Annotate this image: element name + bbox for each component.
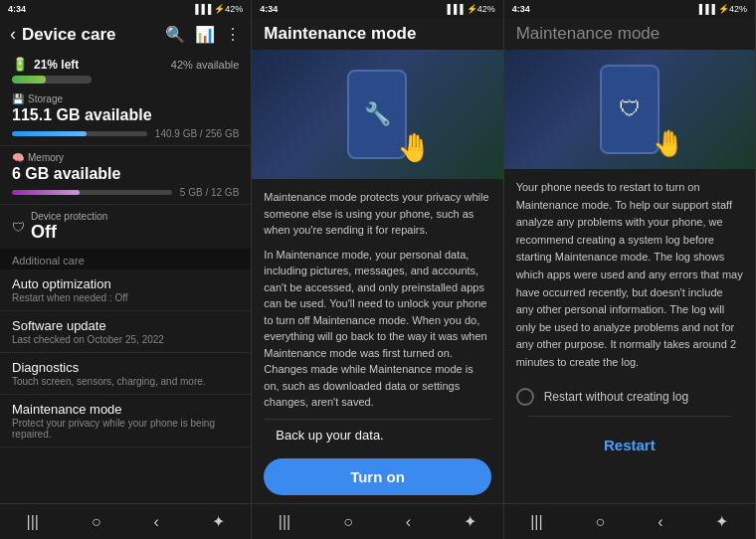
storage-label: 💾 Storage	[12, 93, 239, 104]
software-update-item[interactable]: Software update Last checked on October …	[0, 311, 251, 353]
nav-home-3[interactable]: ○	[596, 513, 606, 531]
maintenance-mode-header: Maintenance mode	[252, 18, 502, 50]
nav-recents-1[interactable]: |||	[26, 513, 38, 531]
more-icon[interactable]: ⋮	[225, 25, 241, 44]
backup-row[interactable]: Back up your data.	[264, 419, 490, 451]
status-bar-2: 4:34 ▐▐▐ ⚡42%	[252, 0, 502, 18]
nav-recents-3[interactable]: |||	[530, 513, 542, 531]
memory-progress-bar	[12, 190, 172, 195]
auto-optimization-item[interactable]: Auto optimization Restart when needed : …	[0, 270, 251, 311]
nav-back-2[interactable]: ‹	[406, 513, 411, 531]
storage-detail: 140.9 GB / 256 GB	[155, 128, 240, 139]
storage-progress-bar	[12, 131, 147, 136]
search-icon[interactable]: 🔍	[165, 25, 185, 44]
diagnostics-item[interactable]: Diagnostics Touch screen, sensors, charg…	[0, 353, 251, 395]
divider	[528, 416, 731, 417]
status-bar-3: 4:34 ▐▐▐ ⚡42%	[504, 0, 755, 18]
device-care-panel: 4:34 ▐▐▐ ⚡42% ‹ Device care 🔍 📊 ⋮ 🔋 21% …	[0, 0, 252, 539]
battery-bar-row	[0, 74, 251, 88]
maintenance-restart-illustration: 🛡 🤚	[600, 65, 660, 154]
header-right: 🔍 📊 ⋮	[165, 25, 241, 44]
maintenance-illustration: 🔧 🤚	[347, 70, 407, 159]
maintenance-desc-2: In Maintenance mode, your personal data,…	[264, 247, 490, 411]
memory-icon: 🧠	[12, 152, 24, 163]
back-button[interactable]: ‹	[10, 24, 16, 45]
auto-optimization-title: Auto optimization	[12, 276, 239, 291]
nav-home-1[interactable]: ○	[92, 513, 101, 531]
maintenance-restart-body: Your phone needs to restart to turn on M…	[504, 169, 755, 503]
nav-bixby-1[interactable]: ✦	[212, 512, 225, 531]
maintenance-desc-1: Maintenance mode protects your privacy w…	[264, 189, 490, 239]
maintenance-mode-body: Maintenance mode protects your privacy w…	[252, 179, 502, 450]
battery-icon: 🔋	[12, 57, 28, 72]
status-time-3: 4:34	[512, 4, 530, 14]
storage-icon: 💾	[12, 93, 24, 104]
battery-left: 🔋 21% left	[12, 57, 79, 72]
nav-recents-2[interactable]: |||	[279, 513, 290, 531]
status-icons-2: ▐▐▐ ⚡42%	[445, 4, 495, 14]
device-protection-content: Device protection Off	[31, 211, 107, 243]
additional-care-header: Additional care	[0, 249, 251, 270]
wrench-on-phone-icon: 🔧	[364, 101, 391, 127]
status-icons-3: ▐▐▐ ⚡42%	[696, 4, 747, 14]
battery-section: 🔋 21% left 42% available	[0, 51, 251, 74]
restart-without-log-label: Restart without creating log	[544, 390, 688, 404]
battery-percent-text: 21% left	[34, 58, 79, 72]
shield-phone-icon: 🛡	[619, 96, 641, 122]
restart-button[interactable]: Restart	[528, 427, 731, 463]
diagnostics-title: Diagnostics	[12, 360, 239, 375]
maintenance-restart-image: 🛡 🤚	[504, 50, 755, 169]
shield-icon: 🛡	[12, 220, 25, 235]
storage-section: 💾 Storage 115.1 GB available 140.9 GB / …	[0, 88, 251, 146]
auto-optimization-sub: Restart when needed : Off	[12, 292, 239, 303]
maintenance-mode-item[interactable]: Maintenance mode Protect your privacy wh…	[0, 395, 251, 448]
maintenance-mode-info-panel: 4:34 ▐▐▐ ⚡42% Maintenance mode 🔧 🤚 Maint…	[252, 0, 503, 539]
status-icons-1: ▐▐▐ ⚡42%	[192, 4, 243, 14]
restart-description: Your phone needs to restart to turn on M…	[516, 179, 743, 372]
phone-illustration-2: 🛡	[600, 65, 660, 154]
nav-home-2[interactable]: ○	[343, 513, 353, 531]
diagnostics-sub: Touch screen, sensors, charging, and mor…	[12, 376, 239, 387]
storage-progress-fill	[12, 131, 87, 136]
memory-value: 6 GB available	[12, 165, 239, 183]
status-bar-1: 4:34 ▐▐▐ ⚡42%	[0, 0, 251, 18]
memory-label: 🧠 Memory	[12, 152, 239, 163]
maintenance-mode-list-sub: Protect your privacy while your phone is…	[12, 418, 239, 440]
nav-bar-3: ||| ○ ‹ ✦	[504, 503, 755, 539]
battery-progress-bar	[12, 76, 92, 84]
nav-back-1[interactable]: ‹	[154, 513, 159, 531]
maintenance-mode-restart-header: Maintenance mode	[504, 18, 755, 50]
status-time-2: 4:34	[260, 4, 278, 14]
nav-bar-1: ||| ○ ‹ ✦	[0, 503, 251, 539]
memory-detail: 5 GB / 12 GB	[180, 187, 239, 198]
hand-icon: 🤚	[397, 131, 432, 164]
maintenance-image: 🔧 🤚	[252, 50, 502, 179]
device-protection-value: Off	[31, 222, 107, 243]
memory-progress-row: 5 GB / 12 GB	[12, 187, 239, 198]
battery-available: 42% available	[171, 59, 240, 71]
hand-icon-2: 🤚	[653, 128, 684, 159]
battery-progress-fill	[12, 76, 46, 84]
nav-bixby-2[interactable]: ✦	[464, 512, 476, 531]
memory-section: 🧠 Memory 6 GB available 5 GB / 12 GB	[0, 146, 251, 205]
device-care-content: 🔋 21% left 42% available 💾 Storage 115.1…	[0, 51, 251, 503]
storage-progress-row: 140.9 GB / 256 GB	[12, 128, 239, 139]
device-protection-section[interactable]: 🛡 Device protection Off	[0, 205, 251, 249]
device-care-header: ‹ Device care 🔍 📊 ⋮	[0, 18, 251, 51]
device-protection-label: Device protection	[31, 211, 107, 222]
restart-without-log-option[interactable]: Restart without creating log	[516, 382, 743, 412]
device-care-title: Device care	[22, 25, 116, 45]
nav-bar-2: ||| ○ ‹ ✦	[252, 503, 502, 539]
storage-value: 115.1 GB available	[12, 106, 239, 124]
chart-icon[interactable]: 📊	[195, 25, 215, 44]
maintenance-mode-list-title: Maintenance mode	[12, 402, 239, 417]
maintenance-mode-restart-panel: 4:34 ▐▐▐ ⚡42% Maintenance mode 🛡 🤚 Your …	[504, 0, 756, 539]
software-update-sub: Last checked on October 25, 2022	[12, 334, 239, 345]
software-update-title: Software update	[12, 318, 239, 333]
memory-progress-fill	[12, 190, 80, 195]
status-time-1: 4:34	[8, 4, 26, 14]
radio-button[interactable]	[516, 388, 534, 406]
nav-back-3[interactable]: ‹	[658, 513, 662, 531]
nav-bixby-3[interactable]: ✦	[715, 512, 728, 531]
turn-on-button[interactable]: Turn on	[264, 458, 490, 495]
